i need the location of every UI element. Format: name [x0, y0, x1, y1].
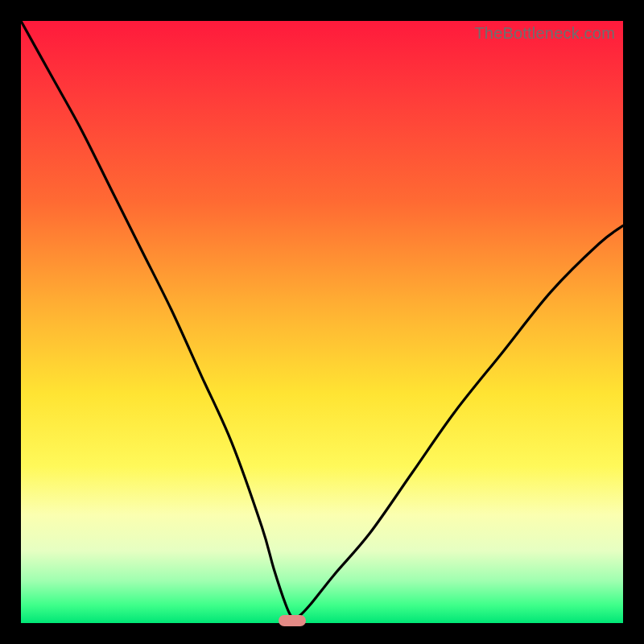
plot-area: TheBottleneck.com [21, 21, 623, 623]
bottleneck-curve [21, 21, 623, 623]
optimal-marker [279, 615, 306, 626]
chart-frame: TheBottleneck.com [0, 0, 644, 644]
